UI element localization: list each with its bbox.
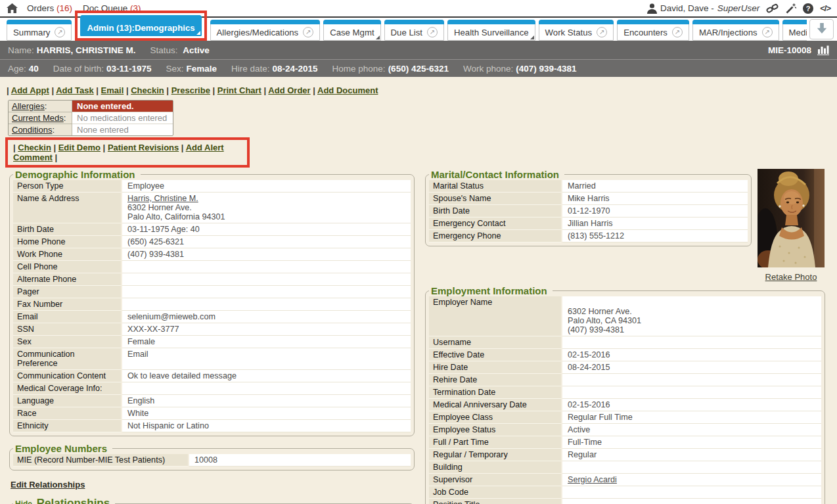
info-row-ssn: SSNXXX-XX-3777 [13,323,411,336]
link-checkin[interactable]: Checkin [131,85,164,95]
link-edit-demo[interactable]: Edit Demo [58,143,101,152]
popout-arrow-icon[interactable]: ↗ [672,27,683,37]
field-value: Email [122,348,411,370]
tab-medical-record-94[interactable]: Medical Record (94) [782,20,807,41]
link-add-order[interactable]: Add Order [268,85,310,95]
field-value: 08-24-2015 [273,64,318,74]
field-label: Age: [8,64,26,74]
left-column: Demographic Information Person TypeEmplo… [9,169,415,504]
link-allergies[interactable]: Allergies [12,101,45,111]
info-row-medical-coverage-info: Medical Coverage Info: [13,382,411,395]
patient-photo[interactable] [758,169,825,267]
status-label: Status: [150,45,178,55]
link-patient-revisions[interactable]: Patient Revisions [108,143,179,152]
field-label: Building [429,461,561,474]
popout-arrow-icon[interactable]: ↗ [762,27,773,37]
field-value: 03-11-1975 Age: 40 [122,223,411,236]
field-label: Hire date: [231,64,270,74]
field-label: Ethnicity [13,420,121,432]
info-row-rehire-date: Rehire Date [429,374,821,386]
info-row-termination-date: Termination Date [429,386,821,399]
tab-encounters[interactable]: Encounters↗ [617,20,689,41]
info-row-regular-temporary: Regular / TemporaryRegular [429,449,821,461]
popout-arrow-icon[interactable]: ↗ [427,27,438,37]
field-value: Jillian Harris [562,218,748,230]
info-row-effective-date: Effective Date02-15-2016 [429,349,821,361]
field-label: Employee Class [429,411,561,424]
patient-fields: Age:40Date of birth:03-11-1975Sex:Female… [8,64,591,74]
alert-label: Allergies: [9,101,72,112]
info-row-job-code: Job Code [429,486,821,499]
employment-rows: Employer Name 6302 Horner Ave.Palo Alto,… [429,296,821,504]
field-label: Job Code [429,486,561,499]
tab-mar-injections[interactable]: MAR/Injections↗ [692,20,779,41]
edit-relationships-link[interactable]: Edit Relationships [11,480,85,490]
tab-scroll-down-button[interactable] [809,19,834,39]
retake-photo-link[interactable]: Retake Photo [765,272,817,282]
link-add-document[interactable]: Add Document [317,85,378,95]
action-links-row: | Add Appt | Add Task | Email | Checkin … [7,85,837,95]
info-row-email: Emailselenium@mieweb.com [13,311,411,323]
field-label: Home Phone [13,236,121,248]
tab-health-surveillance[interactable]: Health Surveillance [447,20,535,41]
field-label: Termination Date [429,386,561,399]
field-label: Rehire Date [429,374,561,386]
popout-arrow-icon[interactable]: ↗ [55,27,65,37]
patient-record-id: MIE-10008 [768,45,811,55]
link-add-appt[interactable]: Add Appt [11,85,49,95]
popout-arrow-icon[interactable]: ↗ [303,27,313,37]
field-label: Medical Anniversary Date [429,399,561,411]
link-checkin[interactable]: Checkin [18,143,51,152]
field-label: Employer Name [429,296,561,336]
annotation-box-active-tab: Admin (13):Demographics [75,11,206,41]
tab-allergies-medications[interactable]: Allergies/Medications↗ [210,20,321,41]
tab-work-status[interactable]: Work Status↗ [539,20,614,41]
info-row-mie-record-number-mie-test-patients: MIE (Record Number-MIE Test Patients)100… [13,454,411,467]
value-link-sergio-acardi[interactable]: Sergio Acardi [568,475,617,484]
tab-case-mgmt[interactable]: Case Mgmt [323,20,380,41]
info-row-name-address: Name & AddressHarris, Christine M.6302 H… [13,193,411,223]
field-value: selenium@mieweb.com [122,311,411,323]
annotation-box-quick-links: | Checkin | Edit Demo | Patient Revision… [5,137,250,168]
link-email[interactable]: Email [101,85,124,95]
info-row-birth-date: Birth Date03-11-1975 Age: 40 [13,223,411,236]
alert-label: Current Meds: [9,112,72,124]
field-value [562,386,821,399]
alert-value: None entered. [72,101,173,112]
link-prescribe[interactable]: Prescribe [171,85,210,95]
link-print-chart[interactable]: Print Chart [217,85,261,95]
field-label: Pager [13,286,121,298]
alert-row-allergies: Allergies:None entered. [9,101,173,112]
value-link-harris-christine-m[interactable]: Harris, Christine M. [127,194,198,203]
employee-numbers-section: Employee Numbers MIE (Record Number-MIE … [9,443,415,470]
field-label: Name & Address [13,193,121,223]
section-title: Marital/Contact Information [429,169,564,180]
field-label: Marital Status [429,180,561,193]
field-value: (650) 425-6321 [388,64,449,74]
info-row-employer-name: Employer Name 6302 Horner Ave.Palo Alto,… [429,296,821,336]
link-current-meds[interactable]: Current Meds [12,113,64,123]
field-value: Regular [562,449,821,461]
link-add-task[interactable]: Add Task [56,85,94,95]
field-label: Supervisor [429,474,561,486]
info-row-sex: SexFemale [13,336,411,348]
code-icon[interactable]: </> [820,3,830,13]
tab-label: Summary [13,28,50,37]
popout-arrow-icon[interactable]: ↗ [597,27,607,37]
tab-due-list[interactable]: Due List↗ [384,20,444,41]
field-value: 08-24-2015 [562,361,821,374]
tab-admin-13-demographics[interactable]: Admin (13):Demographics [80,15,201,36]
link-conditions[interactable]: Conditions [12,125,52,135]
patient-field-work-phone: Work phone:(407) 939-4381 [463,64,577,74]
quick-links-row: | Checkin | Edit Demo | Patient Revision… [13,143,224,162]
bar-chart-icon[interactable] [817,45,829,55]
relationships-section: Hide Relationships NAME RELATION TYPE [9,497,415,504]
info-row-emergency-contact: Emergency ContactJillian Harris [429,218,748,230]
info-row-employee-status: Employee StatusActive [429,424,821,436]
hide-relationships-link[interactable]: Hide [15,499,32,504]
field-label: Language [13,395,121,407]
tab-summary[interactable]: Summary↗ [7,20,72,41]
info-row-medical-anniversary-date: Medical Anniversary Date02-15-2016 [429,399,821,411]
field-value: Full-Time [562,436,821,449]
field-value: Regular Full Time [562,411,821,424]
